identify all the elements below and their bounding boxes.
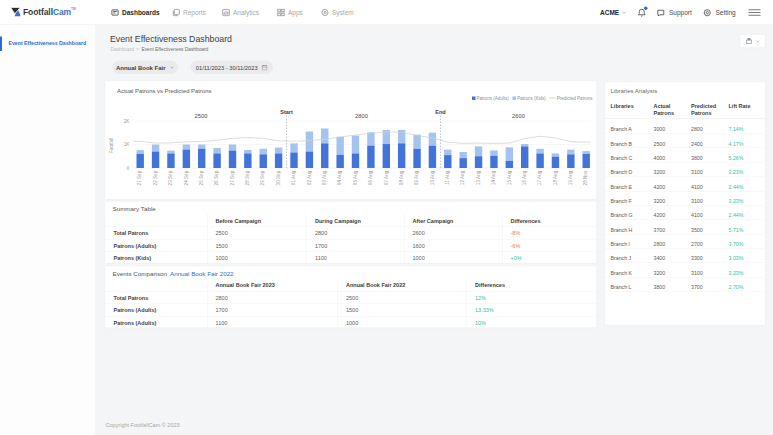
svg-text:End: End [435,109,445,115]
svg-text:2K: 2K [124,119,131,124]
svg-text:05 Aug: 05 Aug [353,170,358,185]
svg-text:12 Aug: 12 Aug [460,170,465,185]
svg-text:14 Aug: 14 Aug [491,170,496,185]
svg-text:1K: 1K [124,142,131,147]
svg-text:04 Aug: 04 Aug [337,170,342,185]
svg-text:09 Aug: 09 Aug [414,170,419,185]
svg-text:Start: Start [280,109,293,115]
svg-text:28 Sep: 28 Sep [245,170,250,185]
svg-text:15 Aug: 15 Aug [507,170,512,185]
svg-text:2800: 2800 [355,113,368,119]
svg-text:27 Sep: 27 Sep [230,170,235,185]
svg-text:2600: 2600 [512,113,525,119]
svg-text:13 Aug: 13 Aug [476,170,481,185]
svg-text:30 Sep: 30 Sep [276,170,281,185]
svg-text:19 Aug: 19 Aug [568,170,573,185]
svg-text:2500: 2500 [195,113,208,119]
svg-text:01 Aug: 01 Aug [291,170,296,185]
svg-text:06 Aug: 06 Aug [368,170,373,185]
svg-text:02 Aug: 02 Aug [307,170,312,185]
svg-text:28 Nov: 28 Nov [583,170,588,185]
svg-text:07 Aug: 07 Aug [384,170,389,185]
svg-text:24 Sep: 24 Sep [184,170,189,185]
svg-text:11 Aug: 11 Aug [445,170,450,185]
svg-text:03 Aug: 03 Aug [322,170,327,185]
svg-text:22 Sep: 22 Sep [153,170,158,185]
svg-text:Footfall: Footfall [109,138,114,154]
svg-text:26 Sep: 26 Sep [214,170,219,185]
svg-text:10 Aug: 10 Aug [430,170,435,185]
svg-text:0: 0 [127,166,130,171]
svg-text:08 Aug: 08 Aug [399,170,404,185]
svg-text:18 Aug: 18 Aug [553,170,558,185]
svg-text:16 Aug: 16 Aug [522,170,527,185]
svg-text:25 Sep: 25 Sep [199,170,204,185]
svg-text:21 Sep: 21 Sep [137,170,142,185]
svg-text:17 Aug: 17 Aug [537,170,542,185]
svg-text:23 Sep: 23 Sep [168,170,173,185]
svg-text:29 Sep: 29 Sep [260,170,265,185]
